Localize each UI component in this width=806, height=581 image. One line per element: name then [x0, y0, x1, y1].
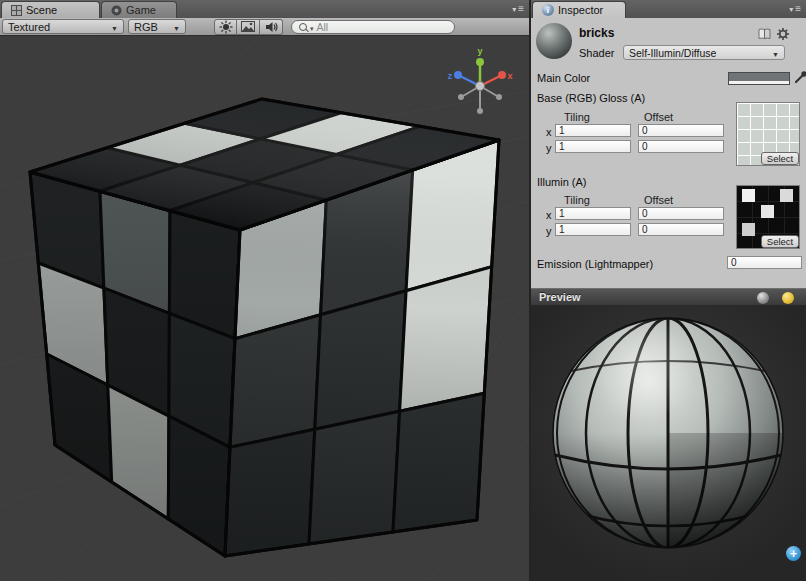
- illumin-select-button[interactable]: Select: [761, 235, 799, 248]
- illumin-y-tiling-input[interactable]: [555, 223, 631, 236]
- material-preview-sphere[interactable]: [531, 305, 806, 581]
- illumin-y-label: y: [546, 225, 552, 237]
- eyedropper-icon[interactable]: [794, 70, 806, 84]
- material-name: bricks: [579, 26, 614, 40]
- unity-editor-window: { "scene": { "tabs": { "scene": "Scene",…: [0, 0, 806, 581]
- render-mode-dropdown[interactable]: RGB: [128, 19, 186, 34]
- preview-sphere-icon[interactable]: [757, 292, 769, 304]
- main-color-label: Main Color: [537, 72, 590, 84]
- inspector-panel: Inspector bricks Shader Self-Illumin/Dif…: [531, 0, 806, 581]
- base-y-offset-input[interactable]: [638, 140, 724, 153]
- chevron-down-icon: [105, 21, 118, 33]
- base-x-offset-input[interactable]: [638, 124, 724, 137]
- preview-light-icon[interactable]: [782, 292, 794, 304]
- base-map-label: Base (RGB) Gloss (A): [537, 92, 645, 104]
- base-y-tiling-input[interactable]: [555, 140, 631, 153]
- gizmo-z-label: z: [448, 71, 453, 81]
- draw-mode-dropdown[interactable]: Textured: [2, 19, 124, 34]
- search-icon: [299, 23, 307, 31]
- inspector-tabbar: Inspector: [531, 0, 806, 18]
- illumin-tiling-header: Tiling: [564, 194, 590, 206]
- material-preview-icon: [536, 23, 572, 59]
- base-x-label: x: [546, 126, 552, 138]
- scene-panel: Scene Game Textured RGB: [0, 0, 529, 581]
- emission-label: Emission (Lightmapper): [537, 258, 653, 270]
- search-filter-chevron-icon: [310, 21, 314, 33]
- gizmo-y-label: y: [477, 46, 482, 56]
- sun-icon: [219, 20, 233, 34]
- base-tiling-header: Tiling: [564, 111, 590, 123]
- tab-scene-label: Scene: [26, 4, 57, 16]
- illumin-x-tiling-input[interactable]: [555, 207, 631, 220]
- textured-cube[interactable]: [30, 99, 499, 556]
- chevron-down-icon: [766, 47, 779, 59]
- scene-search-input[interactable]: All: [291, 20, 455, 34]
- emission-input[interactable]: [727, 256, 802, 269]
- add-button[interactable]: [786, 546, 801, 561]
- illumin-x-offset-input[interactable]: [638, 207, 724, 220]
- tab-game[interactable]: Game: [101, 1, 177, 18]
- preview-header[interactable]: Preview: [531, 288, 806, 305]
- base-offset-header: Offset: [644, 111, 673, 123]
- scene-viewport[interactable]: y x z: [0, 36, 529, 581]
- game-icon: [111, 5, 122, 16]
- gizmo-y-handle[interactable]: [476, 58, 484, 66]
- gizmo-neg-axis-handle[interactable]: [458, 94, 464, 100]
- preview-area: [531, 305, 806, 581]
- tab-scene[interactable]: Scene: [1, 1, 100, 18]
- scene-menu-icon[interactable]: [512, 4, 524, 15]
- tab-game-label: Game: [126, 4, 156, 16]
- illumin-texture-thumbnail[interactable]: Select: [736, 185, 800, 249]
- inspector-menu-icon[interactable]: [789, 4, 801, 15]
- gizmo-x-label: x: [507, 71, 512, 81]
- speaker-icon: [265, 21, 278, 33]
- illumin-map-label: Illumin (A): [537, 176, 587, 188]
- base-y-label: y: [546, 142, 552, 154]
- scene-toolbar: Textured RGB All: [0, 18, 529, 36]
- illumin-y-offset-input[interactable]: [638, 223, 724, 236]
- draw-mode-value: Textured: [8, 21, 50, 33]
- base-select-button[interactable]: Select: [761, 152, 799, 165]
- help-book-icon[interactable]: [758, 28, 771, 40]
- shader-label: Shader: [579, 47, 614, 59]
- gizmo-x-handle[interactable]: [498, 71, 506, 79]
- audio-toggle-button[interactable]: [260, 19, 283, 35]
- tab-inspector[interactable]: Inspector: [532, 1, 626, 18]
- image-icon: [241, 21, 255, 32]
- shader-dropdown-value: Self-Illumin/Diffuse: [629, 47, 716, 59]
- gear-icon[interactable]: [776, 27, 790, 41]
- illumin-x-label: x: [546, 209, 552, 221]
- gizmo-neg-axis-handle[interactable]: [496, 94, 502, 100]
- shader-dropdown[interactable]: Self-Illumin/Diffuse: [623, 45, 785, 60]
- preview-title: Preview: [539, 291, 581, 303]
- info-icon: [542, 4, 554, 16]
- base-x-tiling-input[interactable]: [555, 124, 631, 137]
- main-color-swatch[interactable]: [728, 72, 790, 85]
- gizmo-z-handle[interactable]: [454, 71, 462, 79]
- illumin-offset-header: Offset: [644, 194, 673, 206]
- tab-inspector-label: Inspector: [558, 4, 603, 16]
- gizmo-center[interactable]: [476, 82, 485, 91]
- scene-grid-icon: [11, 5, 22, 16]
- render-mode-value: RGB: [134, 21, 158, 33]
- skybox-toggle-button[interactable]: [237, 19, 260, 35]
- search-text: All: [317, 21, 329, 33]
- scene-tabbar: Scene Game: [0, 0, 529, 18]
- scene-toggle-group: [214, 19, 283, 35]
- scene-canvas[interactable]: y x z: [0, 36, 529, 581]
- lighting-toggle-button[interactable]: [214, 19, 237, 35]
- gizmo-neg-axis-handle[interactable]: [477, 108, 483, 114]
- base-texture-thumbnail[interactable]: Select: [736, 102, 800, 166]
- chevron-down-icon: [167, 21, 180, 33]
